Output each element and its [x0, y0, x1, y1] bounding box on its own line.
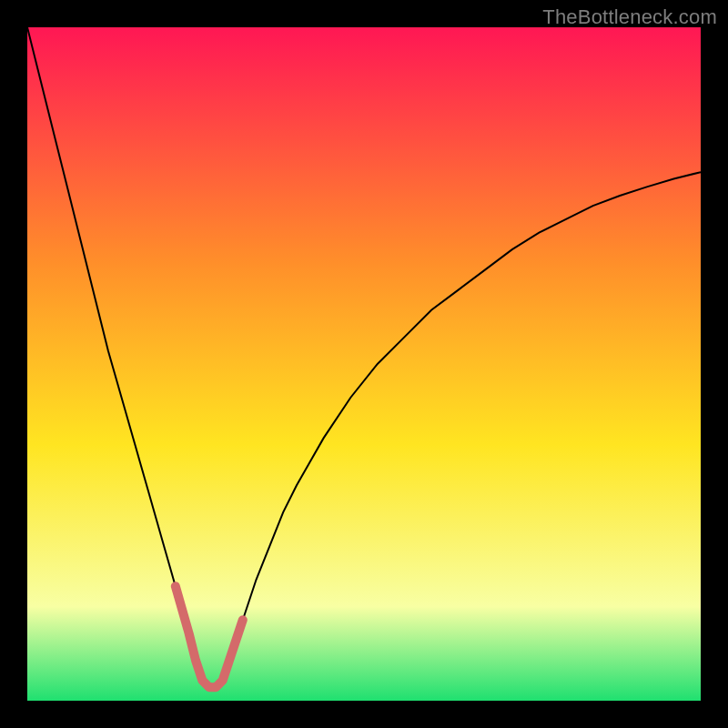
plot-area [27, 27, 701, 701]
plot-svg [27, 27, 701, 701]
chart-outer: TheBottleneck.com [0, 0, 728, 728]
plot-background [27, 27, 701, 701]
watermark-text: TheBottleneck.com [542, 5, 717, 29]
